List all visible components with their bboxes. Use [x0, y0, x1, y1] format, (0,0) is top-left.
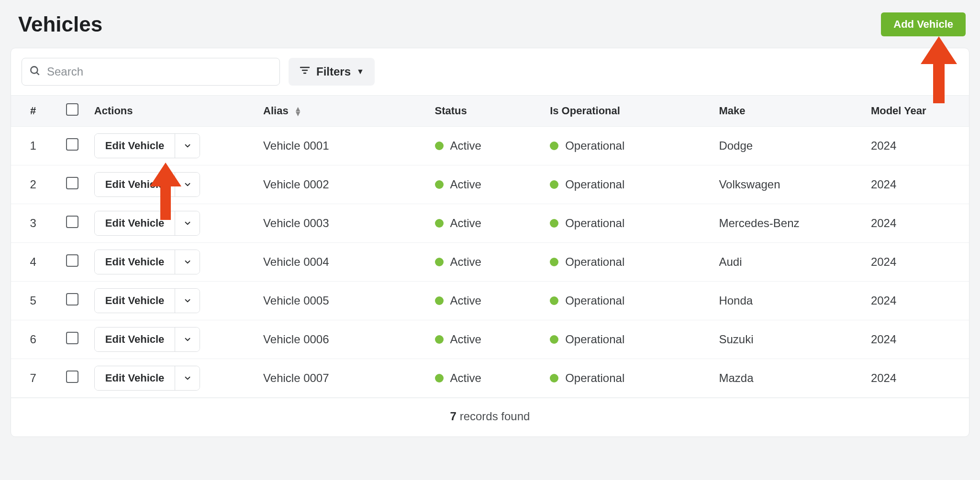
filter-icon [299, 65, 311, 79]
cell-operational: Operational [565, 178, 624, 191]
cell-status: Active [450, 255, 481, 269]
status-dot-icon [550, 142, 558, 150]
status-dot-icon [435, 180, 444, 189]
cell-make: Audi [714, 243, 866, 282]
cell-model-year: 2024 [866, 282, 969, 320]
row-checkbox[interactable] [66, 177, 78, 189]
vehicles-table: # Actions Alias ▲▼ Status Is Operational… [11, 95, 969, 398]
status-dot-icon [435, 142, 444, 150]
edit-vehicle-dropdown[interactable] [175, 250, 200, 274]
status-dot-icon [435, 296, 444, 305]
cell-status: Active [450, 294, 481, 307]
cell-make: Volkswagen [714, 165, 866, 204]
sort-indicator-icon: ▲▼ [294, 107, 301, 116]
status-dot-icon [550, 219, 558, 228]
column-header-make[interactable]: Make [714, 96, 866, 127]
row-number: 4 [11, 243, 55, 282]
row-number: 5 [11, 282, 55, 320]
cell-make: Mazda [714, 359, 866, 398]
row-checkbox[interactable] [66, 216, 78, 228]
cell-operational: Operational [565, 217, 624, 230]
row-checkbox[interactable] [66, 254, 78, 267]
status-dot-icon [435, 258, 444, 266]
status-dot-icon [435, 374, 444, 382]
search-field[interactable] [22, 58, 280, 86]
row-number: 3 [11, 204, 55, 243]
cell-status: Active [450, 333, 481, 346]
column-header-alias[interactable]: Alias ▲▼ [258, 96, 430, 127]
toolbar: Filters ▼ [11, 48, 969, 95]
cell-alias: Vehicle 0007 [258, 359, 430, 398]
cell-make: Suzuki [714, 320, 866, 359]
cell-operational: Operational [565, 371, 624, 385]
row-checkbox[interactable] [66, 138, 78, 151]
cell-alias: Vehicle 0001 [258, 127, 430, 165]
table-row: 5Edit VehicleVehicle 0005ActiveOperation… [11, 282, 969, 320]
row-number: 2 [11, 165, 55, 204]
search-icon [29, 65, 41, 79]
filters-button[interactable]: Filters ▼ [289, 58, 375, 86]
column-header-num[interactable]: # [11, 96, 55, 127]
column-header-operational[interactable]: Is Operational [545, 96, 714, 127]
edit-vehicle-dropdown[interactable] [175, 289, 200, 313]
status-dot-icon [550, 296, 558, 305]
cell-model-year: 2024 [866, 165, 969, 204]
row-number: 1 [11, 127, 55, 165]
edit-vehicle-button[interactable]: Edit Vehicle [95, 173, 175, 196]
edit-vehicle-dropdown[interactable] [175, 327, 200, 351]
edit-vehicle-button[interactable]: Edit Vehicle [95, 134, 175, 158]
table-row: 1Edit VehicleVehicle 0001ActiveOperation… [11, 127, 969, 165]
table-footer: 7 records found [11, 398, 969, 436]
cell-status: Active [450, 217, 481, 230]
edit-vehicle-button[interactable]: Edit Vehicle [95, 327, 175, 351]
status-dot-icon [435, 219, 444, 228]
row-checkbox[interactable] [66, 332, 78, 344]
table-row: 4Edit VehicleVehicle 0004ActiveOperation… [11, 243, 969, 282]
edit-vehicle-button[interactable]: Edit Vehicle [95, 211, 175, 235]
cell-status: Active [450, 139, 481, 153]
records-count: 7 [450, 410, 457, 423]
cell-operational: Operational [565, 294, 624, 307]
row-checkbox[interactable] [66, 293, 78, 305]
search-input[interactable] [47, 65, 273, 78]
cell-alias: Vehicle 0006 [258, 320, 430, 359]
edit-vehicle-dropdown[interactable] [175, 211, 200, 235]
edit-vehicle-dropdown[interactable] [175, 366, 200, 390]
vehicles-card: Filters ▼ # Actions Alias ▲▼ Status I [11, 48, 969, 437]
row-checkbox[interactable] [66, 371, 78, 383]
edit-vehicle-button[interactable]: Edit Vehicle [95, 289, 175, 313]
column-header-actions: Actions [89, 96, 258, 127]
status-dot-icon [550, 258, 558, 266]
status-dot-icon [550, 374, 558, 382]
cell-alias: Vehicle 0002 [258, 165, 430, 204]
cell-model-year: 2024 [866, 359, 969, 398]
column-header-status[interactable]: Status [430, 96, 546, 127]
edit-vehicle-dropdown[interactable] [175, 173, 200, 196]
cell-model-year: 2024 [866, 204, 969, 243]
records-found-label: records found [457, 410, 530, 423]
page-title: Vehicles [18, 12, 102, 36]
status-dot-icon [435, 335, 444, 344]
table-row: 7Edit VehicleVehicle 0007ActiveOperation… [11, 359, 969, 398]
status-dot-icon [550, 335, 558, 344]
cell-model-year: 2024 [866, 243, 969, 282]
cell-alias: Vehicle 0003 [258, 204, 430, 243]
table-row: 6Edit VehicleVehicle 0006ActiveOperation… [11, 320, 969, 359]
cell-operational: Operational [565, 255, 624, 269]
cell-alias: Vehicle 0004 [258, 243, 430, 282]
cell-status: Active [450, 178, 481, 191]
chevron-down-icon: ▼ [356, 67, 364, 76]
edit-vehicle-button[interactable]: Edit Vehicle [95, 250, 175, 274]
edit-vehicle-dropdown[interactable] [175, 134, 200, 158]
cell-operational: Operational [565, 139, 624, 153]
status-dot-icon [550, 180, 558, 189]
cell-status: Active [450, 371, 481, 385]
column-header-model-year[interactable]: Model Year [866, 96, 969, 127]
table-row: 3Edit VehicleVehicle 0003ActiveOperation… [11, 204, 969, 243]
row-number: 7 [11, 359, 55, 398]
edit-vehicle-button[interactable]: Edit Vehicle [95, 366, 175, 390]
cell-model-year: 2024 [866, 320, 969, 359]
add-vehicle-button[interactable]: Add Vehicle [881, 12, 966, 36]
cell-operational: Operational [565, 333, 624, 346]
select-all-checkbox[interactable] [66, 103, 78, 116]
